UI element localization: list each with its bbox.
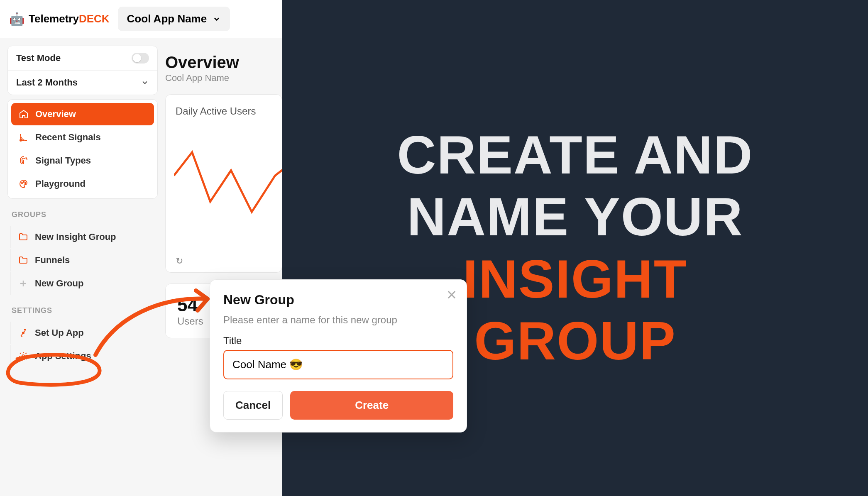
group-item-label: New Group <box>35 278 83 289</box>
title-field-label: Title <box>223 335 453 347</box>
page-title: Overview <box>165 46 282 72</box>
group-item-label: New Insight Group <box>35 232 116 242</box>
nav-groups: New Insight Group Funnels New Group <box>7 226 158 295</box>
group-funnels[interactable]: Funnels <box>10 249 158 271</box>
date-range-row[interactable]: Last 2 Months <box>8 70 157 95</box>
topbar: 🤖 TelemetryDECK Cool App Name <box>0 0 282 38</box>
fingerprint-icon <box>19 156 29 166</box>
svg-point-3 <box>25 183 26 183</box>
brand-logo: 🤖 TelemetryDECK <box>9 12 110 26</box>
setup-icon <box>18 328 29 338</box>
nav-main: Overview Recent Signals Signal Types <box>7 99 158 199</box>
group-new-insight-group[interactable]: New Insight Group <box>10 226 158 248</box>
nav-playground[interactable]: Playground <box>11 173 154 195</box>
svg-point-0 <box>20 139 22 141</box>
filters-card: Test Mode Last 2 Months <box>7 46 158 95</box>
daily-active-users-card: Daily Active Users ↻ <box>165 94 282 273</box>
folder-icon <box>18 232 29 242</box>
svg-point-7 <box>22 355 24 357</box>
sparkline-chart <box>174 144 282 227</box>
brand-name-part1: Telemetry <box>29 12 79 25</box>
sidebar: Test Mode Last 2 Months Overview <box>7 46 158 496</box>
app-selector[interactable]: Cool App Name <box>118 7 230 31</box>
chevron-down-icon <box>141 78 149 87</box>
settings-app-settings[interactable]: App Settings <box>10 345 158 367</box>
modal-actions: Cancel Create <box>223 391 453 420</box>
new-group-modal: New Group Please enter a name for this n… <box>210 279 467 432</box>
test-mode-row: Test Mode <box>8 46 157 70</box>
group-item-label: Funnels <box>35 255 70 266</box>
nav-item-label: Overview <box>35 109 76 120</box>
nav-item-label: Playground <box>35 178 86 189</box>
nav-overview[interactable]: Overview <box>11 103 154 125</box>
nav-settings: Set Up App App Settings <box>7 322 158 367</box>
modal-title: New Group <box>223 292 453 308</box>
brand-name-part2: DECK <box>79 12 110 25</box>
gear-icon <box>18 351 29 361</box>
nav-recent-signals[interactable]: Recent Signals <box>11 126 154 149</box>
promo-line-2: NAME YOUR <box>397 186 753 248</box>
settings-item-label: Set Up App <box>35 327 84 338</box>
nav-item-label: Recent Signals <box>35 132 101 143</box>
signal-icon <box>19 132 29 142</box>
svg-point-6 <box>22 332 24 334</box>
refresh-icon[interactable]: ↻ <box>176 256 183 266</box>
palette-icon <box>19 179 29 189</box>
create-button[interactable]: Create <box>290 391 453 420</box>
test-mode-label: Test Mode <box>16 53 61 64</box>
close-icon[interactable] <box>446 289 457 302</box>
test-mode-toggle[interactable] <box>132 53 149 64</box>
group-new-group[interactable]: New Group <box>10 272 158 295</box>
settings-section-label: SETTINGS <box>7 299 158 318</box>
home-icon <box>19 109 29 119</box>
modal-description: Please enter a name for this new group <box>223 314 453 326</box>
nav-item-label: Signal Types <box>35 155 91 166</box>
group-title-input[interactable] <box>223 350 453 379</box>
page-subtitle: Cool App Name <box>165 73 282 83</box>
chart-title: Daily Active Users <box>176 105 272 117</box>
folder-icon <box>18 255 29 265</box>
promo-line-1: CREATE AND <box>397 124 753 186</box>
date-range-value: Last 2 Months <box>16 77 78 88</box>
chevron-down-icon <box>213 15 221 23</box>
app-selector-value: Cool App Name <box>127 12 207 25</box>
cancel-button[interactable]: Cancel <box>223 391 283 420</box>
settings-setup-app[interactable]: Set Up App <box>10 322 158 344</box>
settings-item-label: App Settings <box>35 351 91 362</box>
svg-point-2 <box>23 181 24 182</box>
groups-section-label: GROUPS <box>7 203 158 222</box>
plus-icon <box>18 279 29 288</box>
nav-signal-types[interactable]: Signal Types <box>11 149 154 172</box>
svg-point-1 <box>22 183 22 183</box>
robot-icon: 🤖 <box>9 12 24 26</box>
